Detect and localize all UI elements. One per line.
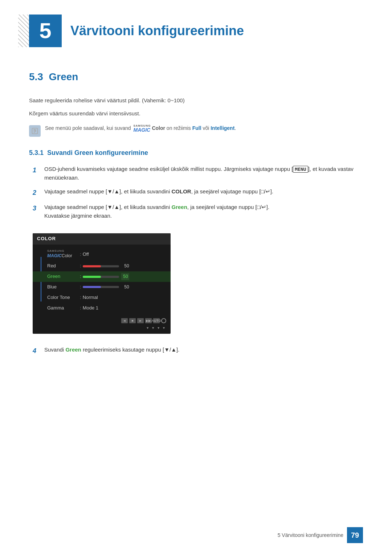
section-desc2: Kõrgem väärtus suurendab värvi intensiiv…: [29, 109, 363, 118]
note-intelligent: Intelligent: [211, 125, 234, 131]
section-number: 5.3: [29, 71, 43, 82]
page-footer: 5 Värvitooni konfigureerimine 79: [278, 527, 363, 543]
control-buttons: ◄ ■ ► ▶▶ AUTO: [121, 318, 166, 323]
note-prefix: See menüü pole saadaval, kui suvand: [45, 125, 131, 131]
brand-magic: MAGIC: [134, 127, 151, 132]
ctrl-enter: ▶▶: [145, 318, 152, 323]
page-number-box: 79: [347, 527, 363, 543]
key-menu: MENU: [293, 166, 308, 173]
ctrl-minus: ■: [129, 318, 136, 323]
monitor-menu: SAMSUNG MAGICColor : Off Red :: [33, 245, 171, 316]
note-color-word: Color: [152, 125, 165, 131]
subsection-number: 5.3.1: [29, 149, 44, 156]
note-full: Full: [192, 125, 201, 131]
menu-label-blue: Blue: [47, 283, 80, 291]
menu-label-magic: SAMSUNG MAGICColor: [47, 250, 80, 259]
chapter-header: 5 Värvitooni konfigureerimine: [29, 15, 363, 47]
step-2-color: COLOR: [171, 188, 191, 194]
arrow-1: ▼: [146, 325, 149, 331]
menu-colon-3: :: [80, 273, 81, 280]
slider-fill-blue: [83, 286, 101, 288]
subsection-title: Suvandi Green konfigureerimine: [47, 149, 148, 156]
step-2: 2 Vajutage seadmel nuppe [▼/▲], et liiku…: [33, 187, 363, 198]
ctrl-power: [161, 318, 166, 323]
menu-label-gamma: Gamma: [47, 304, 80, 312]
step-1: 1 OSD-juhendi kuvamiseks vajutage seadme…: [33, 165, 363, 182]
slider-val-green: 50: [121, 273, 129, 280]
note-icon: [29, 125, 41, 137]
step-4: 4 Suvandi Green reguleerimiseks kasutage…: [33, 345, 363, 356]
chapter-number: 5: [29, 15, 62, 47]
slider-track-blue: [83, 286, 119, 288]
note-end: .: [234, 125, 236, 131]
section-heading: 5.3 Green: [29, 69, 363, 85]
menu-item-magic-color: SAMSUNG MAGICColor : Off: [33, 248, 171, 261]
magic-word: MAGIC: [47, 253, 62, 258]
monitor-container: COLOR SAMSUNG MAGICColor : Off: [33, 233, 171, 333]
color-word: Color: [62, 253, 72, 258]
menu-label-color-tone: Color Tone: [47, 294, 80, 301]
page-container: 5 Värvitooni konfigureerimine 5.3 Green …: [0, 0, 392, 554]
arrow-3: ▼: [157, 325, 160, 331]
ctrl-left: ◄: [121, 318, 128, 323]
step-3-number: 3: [33, 203, 39, 220]
menu-colon-4: :: [80, 283, 81, 291]
menu-item-color-tone: Color Tone : Normal: [33, 292, 171, 303]
arrow-indicators: ▼ ▼ ▼ ▼: [33, 325, 171, 333]
menu-label-green: Green: [47, 273, 80, 280]
menu-item-green: Green : 50: [33, 271, 171, 282]
menu-value-off: Off: [83, 251, 89, 258]
menu-value-mode1: Mode 1: [83, 304, 98, 312]
slider-fill-red: [83, 265, 101, 267]
step-3-text: Vajutage seadmel nuppe [▼/▲], et liikuda…: [44, 203, 269, 220]
note-or: või: [203, 125, 211, 131]
section-desc1: Saate reguleerida rohelise värvi väärtus…: [29, 96, 363, 105]
chapter-number-text: 5: [39, 13, 51, 48]
menu-colon-2: :: [80, 262, 81, 270]
note-box: See menüü pole saadaval, kui suvand SAMS…: [29, 124, 363, 137]
note-text: See menüü pole saadaval, kui suvand SAMS…: [45, 124, 236, 132]
slider-fill-green: [83, 276, 101, 278]
auto-label: AUTO: [152, 318, 162, 323]
menu-colon-1: :: [80, 251, 81, 258]
menu-colon-6: :: [80, 304, 81, 312]
monitor-title-bar: COLOR: [33, 233, 171, 245]
menu-value-normal: Normal: [83, 294, 98, 301]
step-4-green: Green: [65, 346, 81, 353]
subsection-heading: 5.3.1 Suvandi Green konfigureerimine: [29, 148, 363, 158]
slider-val-red: 50: [121, 263, 129, 270]
chapter-title: Värvitooni konfigureerimine: [70, 20, 244, 41]
menu-item-gamma: Gamma : Mode 1: [33, 303, 171, 313]
step-4-text: Suvandi Green reguleerimiseks kasutage n…: [44, 345, 179, 354]
slider-track-red: [83, 265, 119, 267]
menu-value-green: 50: [83, 273, 129, 280]
note-middle: on režiimis: [167, 125, 191, 131]
step-2-text: Vajutage seadmel nuppe [▼/▲], et liikuda…: [44, 187, 273, 196]
step-1-number: 1: [33, 165, 39, 176]
section-title: Green: [49, 71, 78, 82]
menu-colon-5: :: [80, 294, 81, 301]
menu-label-red: Red: [47, 262, 80, 270]
slider-track-green: [83, 276, 119, 278]
steps-list: 1 OSD-juhendi kuvamiseks vajutage seadme…: [33, 165, 363, 356]
menu-value-blue: 50: [83, 284, 129, 291]
step-4-number: 4: [33, 346, 39, 356]
ctrl-right: ►: [137, 318, 144, 323]
monitor-screen: COLOR SAMSUNG MAGICColor : Off: [33, 233, 171, 333]
step-1-text: OSD-juhendi kuvamiseks vajutage seadme e…: [44, 165, 363, 182]
menu-value-red: 50: [83, 263, 129, 270]
page-number: 79: [351, 529, 359, 541]
monitor-title: COLOR: [37, 236, 56, 241]
samsung-super: SAMSUNG: [47, 250, 80, 253]
monitor-controls: ◄ ■ ► ▶▶ AUTO: [33, 316, 171, 325]
step-3: 3 Vajutage seadmel nuppe [▼/▲], et liiku…: [33, 203, 363, 340]
step-3-green: Green: [171, 204, 187, 210]
footer-chapter-ref: 5 Värvitooni konfigureerimine: [278, 531, 343, 539]
step-2-number: 2: [33, 188, 39, 198]
menu-item-blue: Blue : 50: [33, 282, 171, 292]
menu-item-red: Red : 50: [33, 261, 171, 271]
arrow-2: ▼: [151, 325, 155, 331]
ctrl-auto: AUTO: [153, 318, 160, 323]
step-3-header: 3 Vajutage seadmel nuppe [▼/▲], et liiku…: [33, 203, 269, 220]
slider-val-blue: 50: [121, 284, 129, 291]
